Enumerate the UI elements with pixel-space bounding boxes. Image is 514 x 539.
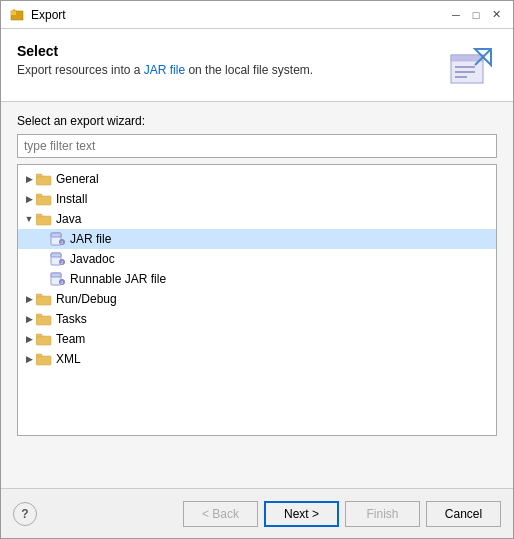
- svg-text:J: J: [61, 240, 63, 245]
- header-title: Select: [17, 43, 445, 59]
- tree-label-team: Team: [56, 332, 85, 346]
- toggle-java[interactable]: ▼: [22, 212, 36, 226]
- header-description: Export resources into a JAR file on the …: [17, 63, 445, 77]
- folder-icon-tasks: [36, 312, 52, 326]
- svg-rect-21: [51, 253, 61, 257]
- tree-item-javadoc[interactable]: J Javadoc: [18, 249, 496, 269]
- tree-item-runnable-jar[interactable]: J Runnable JAR file: [18, 269, 496, 289]
- svg-marker-2: [11, 9, 17, 11]
- svg-rect-32: [36, 336, 51, 345]
- header-text: Select Export resources into a JAR file …: [17, 43, 445, 77]
- toggle-team[interactable]: ▶: [22, 332, 36, 346]
- tree-container: ▶ General ▶ Install ▼: [17, 164, 497, 436]
- tree-item-general[interactable]: ▶ General: [18, 169, 496, 189]
- tree-item-jar-file[interactable]: J JAR file: [18, 229, 496, 249]
- tree-label-xml: XML: [56, 352, 81, 366]
- finish-button[interactable]: Finish: [345, 501, 420, 527]
- svg-rect-29: [36, 294, 42, 297]
- svg-rect-34: [36, 356, 51, 365]
- runnable-jar-icon: J: [50, 272, 66, 286]
- svg-text:J: J: [61, 280, 63, 285]
- svg-rect-11: [36, 174, 42, 177]
- toggle-xml[interactable]: ▶: [22, 352, 36, 366]
- tree-label-jar-file: JAR file: [70, 232, 111, 246]
- folder-icon-general: [36, 172, 52, 186]
- svg-rect-30: [36, 316, 51, 325]
- tree-item-java[interactable]: ▼ Java: [18, 209, 496, 229]
- folder-icon-xml: [36, 352, 52, 366]
- tree-item-run-debug[interactable]: ▶ Run/Debug: [18, 289, 496, 309]
- tree-label-tasks: Tasks: [56, 312, 87, 326]
- tree-item-team[interactable]: ▶ Team: [18, 329, 496, 349]
- folder-icon-run-debug: [36, 292, 52, 306]
- window: Export ─ □ ✕ Select Export resources int…: [0, 0, 514, 539]
- footer-spacer: [1, 448, 513, 488]
- folder-icon-team: [36, 332, 52, 346]
- export-wizard-icon: [445, 43, 497, 91]
- tree-item-xml[interactable]: ▶ XML: [18, 349, 496, 369]
- svg-rect-31: [36, 314, 42, 317]
- next-button[interactable]: Next >: [264, 501, 339, 527]
- svg-rect-28: [36, 296, 51, 305]
- main-section: Select an export wizard: ▶ General ▶ Ins…: [1, 102, 513, 448]
- svg-rect-25: [51, 273, 61, 277]
- svg-rect-14: [36, 216, 51, 225]
- help-button[interactable]: ?: [13, 502, 37, 526]
- tree-label-javadoc: Javadoc: [70, 252, 115, 266]
- maximize-button[interactable]: □: [467, 6, 485, 24]
- tree-item-install[interactable]: ▶ Install: [18, 189, 496, 209]
- tree-label-runnable-jar: Runnable JAR file: [70, 272, 166, 286]
- toggle-tasks[interactable]: ▶: [22, 312, 36, 326]
- toggle-general[interactable]: ▶: [22, 172, 36, 186]
- svg-rect-35: [36, 354, 42, 357]
- svg-rect-4: [451, 55, 483, 61]
- tree-label-java: Java: [56, 212, 81, 226]
- jar-file-icon: J: [50, 232, 66, 246]
- folder-icon-java: [36, 212, 52, 226]
- javadoc-icon: J: [50, 252, 66, 266]
- tree-item-tasks[interactable]: ▶ Tasks: [18, 309, 496, 329]
- svg-rect-33: [36, 334, 42, 337]
- back-button[interactable]: < Back: [183, 501, 258, 527]
- svg-rect-12: [36, 196, 51, 205]
- svg-rect-15: [36, 214, 42, 217]
- title-bar: Export ─ □ ✕: [1, 1, 513, 29]
- cancel-button[interactable]: Cancel: [426, 501, 501, 527]
- window-title: Export: [31, 8, 447, 22]
- button-bar: ? < Back Next > Finish Cancel: [1, 488, 513, 538]
- svg-rect-1: [11, 11, 16, 15]
- toggle-install[interactable]: ▶: [22, 192, 36, 206]
- title-bar-controls: ─ □ ✕: [447, 6, 505, 24]
- toggle-run-debug[interactable]: ▶: [22, 292, 36, 306]
- close-button[interactable]: ✕: [487, 6, 505, 24]
- svg-text:J: J: [61, 260, 63, 265]
- header-section: Select Export resources into a JAR file …: [1, 29, 513, 102]
- svg-rect-10: [36, 176, 51, 185]
- window-icon: [9, 7, 25, 23]
- section-label: Select an export wizard:: [17, 114, 497, 128]
- folder-icon-install: [36, 192, 52, 206]
- tree-label-install: Install: [56, 192, 87, 206]
- tree-label-general: General: [56, 172, 99, 186]
- tree-label-run-debug: Run/Debug: [56, 292, 117, 306]
- svg-rect-17: [51, 233, 61, 237]
- svg-rect-13: [36, 194, 42, 197]
- minimize-button[interactable]: ─: [447, 6, 465, 24]
- filter-input[interactable]: [17, 134, 497, 158]
